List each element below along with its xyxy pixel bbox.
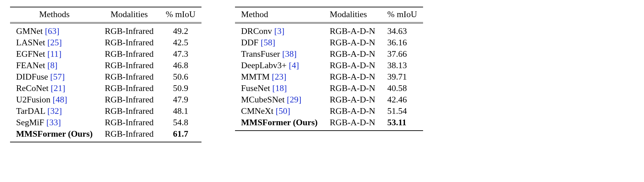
table-row: FuseNet [18]RGB-A-D-N40.58: [235, 83, 423, 94]
miou-cell: 50.6: [160, 71, 201, 83]
method-cell: EGFNet [11]: [10, 48, 99, 60]
miou-cell: 61.7: [160, 128, 201, 142]
modality-cell: RGB-A-D-N: [324, 48, 381, 60]
method-cell: ReCoNet [21]: [10, 83, 99, 94]
table-row: DIDFuse [57]RGB-Infrared50.6: [10, 71, 201, 83]
method-name: FEANet: [16, 60, 45, 70]
table-row: FEANet [8]RGB-Infrared46.8: [10, 60, 201, 71]
method-name: ReCoNet: [16, 83, 49, 93]
miou-cell: 36.16: [381, 37, 423, 48]
citation-link[interactable]: [8]: [47, 60, 57, 70]
table-row: U2Fusion [48]RGB-Infrared47.9: [10, 94, 201, 105]
table-row: TransFuser [38]RGB-A-D-N37.66: [235, 48, 423, 60]
citation-link[interactable]: [11]: [47, 49, 61, 59]
method-name: DDF: [241, 38, 258, 47]
citation-link[interactable]: [63]: [45, 26, 59, 36]
method-name: SegMiF: [16, 118, 44, 127]
modality-cell: RGB-Infrared: [99, 37, 160, 48]
modality-cell: RGB-A-D-N: [324, 37, 381, 48]
table-right: Method Modalities % mIoU DRConv [3]RGB-A…: [235, 7, 423, 142]
method-name: DRConv: [241, 26, 272, 36]
method-cell: SegMiF [33]: [10, 117, 99, 128]
modality-cell: RGB-Infrared: [99, 24, 160, 37]
table-row: EGFNet [11]RGB-Infrared47.3: [10, 48, 201, 60]
table-body: GMNet [63]RGB-Infrared49.2LASNet [25]RGB…: [10, 24, 201, 142]
modality-cell: RGB-A-D-N: [324, 94, 381, 105]
modality-cell: RGB-Infrared: [99, 105, 160, 117]
method-name: TransFuser: [241, 49, 280, 59]
citation-link[interactable]: [23]: [272, 72, 286, 82]
method-name: FuseNet: [241, 83, 270, 93]
miou-cell: 40.58: [381, 83, 423, 94]
col-miou-header: % mIoU: [160, 7, 201, 22]
miou-cell: 49.2: [160, 24, 201, 37]
modality-cell: RGB-A-D-N: [324, 71, 381, 83]
miou-cell: 46.8: [160, 60, 201, 71]
method-cell: LASNet [25]: [10, 37, 99, 48]
miou-cell: 53.11: [381, 117, 423, 131]
citation-link[interactable]: [3]: [274, 26, 284, 36]
citation-link[interactable]: [18]: [272, 83, 287, 93]
table-row: LASNet [25]RGB-Infrared42.5: [10, 37, 201, 48]
table-row: MCubeSNet [29]RGB-A-D-N42.46: [235, 94, 423, 105]
citation-link[interactable]: [32]: [47, 106, 62, 116]
modality-cell: RGB-Infrared: [99, 48, 160, 60]
method-cell: FuseNet [18]: [235, 83, 324, 94]
modality-cell: RGB-Infrared: [99, 94, 160, 105]
modality-cell: RGB-A-D-N: [324, 117, 381, 131]
method-cell: DeepLabv3+ [4]: [235, 60, 324, 71]
miou-cell: 38.13: [381, 60, 423, 71]
method-cell: TarDAL [32]: [10, 105, 99, 117]
citation-link[interactable]: [38]: [282, 49, 297, 59]
method-name: TarDAL: [16, 106, 45, 116]
col-modalities-header: Modalities: [324, 7, 381, 22]
col-miou-header: % mIoU: [381, 7, 423, 22]
miou-cell: 39.71: [381, 71, 423, 83]
table-left: Methods Modalities % mIoU GMNet [63]RGB-…: [10, 7, 201, 142]
table-row: GMNet [63]RGB-Infrared49.2: [10, 24, 201, 37]
modality-cell: RGB-A-D-N: [324, 105, 381, 117]
col-modalities-header: Modalities: [99, 7, 160, 22]
citation-link[interactable]: [48]: [53, 95, 67, 104]
citation-link[interactable]: [21]: [51, 83, 65, 93]
miou-cell: 47.3: [160, 48, 201, 60]
citation-link[interactable]: [25]: [47, 38, 62, 47]
method-cell: MCubeSNet [29]: [235, 94, 324, 105]
table-body: DRConv [3]RGB-A-D-N34.63DDF [58]RGB-A-D-…: [235, 24, 423, 131]
method-cell: U2Fusion [48]: [10, 94, 99, 105]
citation-link[interactable]: [58]: [261, 38, 275, 47]
modality-cell: RGB-Infrared: [99, 60, 160, 71]
citation-link[interactable]: [57]: [50, 72, 65, 82]
miou-cell: 42.46: [381, 94, 423, 105]
method-cell: GMNet [63]: [10, 24, 99, 37]
method-name: CMNeXt: [241, 106, 274, 116]
table-row: DeepLabv3+ [4]RGB-A-D-N38.13: [235, 60, 423, 71]
miou-cell: 48.1: [160, 105, 201, 117]
method-cell: MMSFormer (Ours): [235, 117, 324, 131]
miou-cell: 42.5: [160, 37, 201, 48]
table-row: SegMiF [33]RGB-Infrared54.8: [10, 117, 201, 128]
table-row: DRConv [3]RGB-A-D-N34.63: [235, 24, 423, 37]
table-row: MMSFormer (Ours)RGB-Infrared61.7: [10, 128, 201, 142]
method-name: MCubeSNet: [241, 95, 285, 104]
table-row: MMTM [23]RGB-A-D-N39.71: [235, 71, 423, 83]
modality-cell: RGB-Infrared: [99, 83, 160, 94]
table-row: DDF [58]RGB-A-D-N36.16: [235, 37, 423, 48]
method-name: DeepLabv3+: [241, 60, 287, 70]
results-table-2: Method Modalities % mIoU DRConv [3]RGB-A…: [235, 7, 423, 131]
citation-link[interactable]: [4]: [289, 60, 299, 70]
miou-cell: 51.54: [381, 105, 423, 117]
col-method-header: Method: [235, 7, 324, 22]
method-name: LASNet: [16, 38, 45, 47]
citation-link[interactable]: [50]: [276, 106, 290, 116]
miou-cell: 47.9: [160, 94, 201, 105]
citation-link[interactable]: [33]: [46, 118, 61, 127]
method-name: DIDFuse: [16, 72, 48, 82]
table-row: CMNeXt [50]RGB-A-D-N51.54: [235, 105, 423, 117]
modality-cell: RGB-A-D-N: [324, 83, 381, 94]
citation-link[interactable]: [29]: [287, 95, 301, 104]
method-name: U2Fusion: [16, 95, 51, 104]
modality-cell: RGB-A-D-N: [324, 24, 381, 37]
modality-cell: RGB-Infrared: [99, 71, 160, 83]
method-cell: MMTM [23]: [235, 71, 324, 83]
